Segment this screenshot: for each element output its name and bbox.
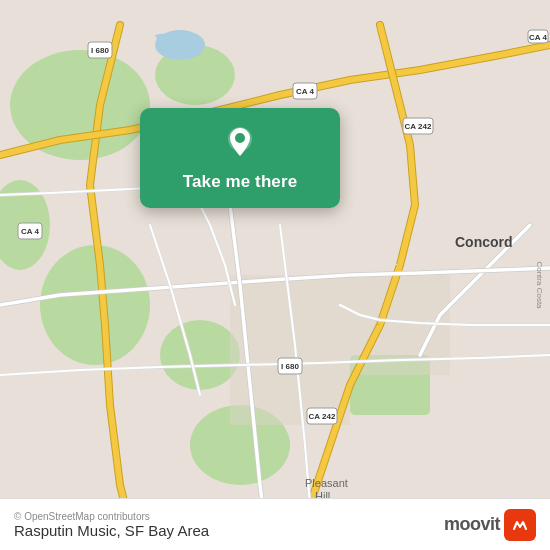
bottom-left: © OpenStreetMap contributors Rasputin Mu…	[14, 511, 209, 539]
moovit-text: moovit	[444, 514, 500, 535]
highway-label-i680-top: I 680	[91, 46, 109, 55]
location-pin-icon	[222, 126, 258, 162]
svg-point-20	[510, 515, 530, 535]
suburb-label-pleasant: Pleasant	[305, 477, 348, 489]
highway-label-ca242-lower: CA 242	[309, 412, 336, 421]
street-label-contra-costa: Contra Costa	[535, 261, 544, 309]
map-attribution: © OpenStreetMap contributors	[14, 511, 209, 522]
city-label-concord: Concord	[455, 234, 513, 250]
svg-point-5	[160, 320, 240, 390]
svg-point-19	[235, 133, 245, 143]
highway-label-i680-lower: I 680	[281, 362, 299, 371]
moovit-logo[interactable]: moovit	[444, 509, 536, 541]
map-svg: Concord Pleasant Hill I 680 CA 4 CA 4 CA…	[0, 0, 550, 550]
highway-label-ca4-left: CA 4	[21, 227, 39, 236]
highway-label-ca4-right: CA 4	[529, 33, 547, 42]
map-container: Concord Pleasant Hill I 680 CA 4 CA 4 CA…	[0, 0, 550, 550]
bottom-bar: © OpenStreetMap contributors Rasputin Mu…	[0, 498, 550, 550]
moovit-icon	[504, 509, 536, 541]
take-me-there-label: Take me there	[183, 172, 297, 192]
moovit-icon-svg	[509, 514, 531, 536]
highway-label-ca4-top: CA 4	[296, 87, 314, 96]
map-popup[interactable]: Take me there	[140, 108, 340, 208]
svg-point-4	[40, 245, 150, 365]
location-title: Rasputin Music, SF Bay Area	[14, 522, 209, 539]
highway-label-ca242-upper: CA 242	[405, 122, 432, 131]
